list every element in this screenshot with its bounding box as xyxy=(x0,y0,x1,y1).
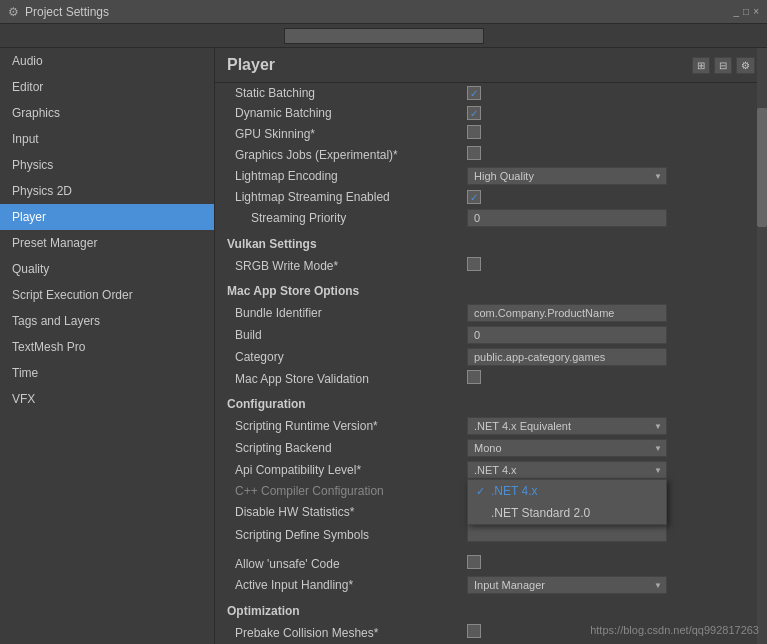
checkbox-allow-unsafe[interactable] xyxy=(467,555,481,569)
watermark: https://blog.csdn.net/qq992817263 xyxy=(590,624,759,636)
value-lightmap-encoding: High Quality xyxy=(467,167,755,185)
dropdown-api-compat[interactable]: .NET 4.x xyxy=(467,461,667,479)
label-gpu-skinning: GPU Skinning* xyxy=(227,127,467,141)
field-streaming-priority[interactable]: 0 xyxy=(467,209,667,227)
row-scripting-backend: Scripting Backend Mono xyxy=(227,437,755,459)
label-disable-hw: Disable HW Statistics* xyxy=(227,505,467,519)
label-srgb-write: SRGB Write Mode* xyxy=(227,259,467,273)
search-input[interactable] xyxy=(284,28,484,44)
checkbox-prebake[interactable] xyxy=(467,624,481,638)
dropdown-active-input[interactable]: Input Manager xyxy=(467,576,667,594)
row-api-compat: Api Compatibility Level* .NET 4.x ✓ .NET… xyxy=(227,459,755,481)
section-configuration: Configuration xyxy=(227,389,755,415)
label-build: Build xyxy=(227,328,467,342)
checkbox-static-batching[interactable] xyxy=(467,86,481,100)
field-build[interactable]: 0 xyxy=(467,326,667,344)
checkbox-gpu-skinning[interactable] xyxy=(467,125,481,139)
window-controls[interactable]: _ □ × xyxy=(734,6,759,17)
value-api-compat: .NET 4.x ✓ .NET 4.x ✓ .NET Standard 2.0 xyxy=(467,461,755,479)
search-bar xyxy=(0,24,767,48)
value-bundle-id: com.Company.ProductName xyxy=(467,304,755,322)
label-allow-unsafe: Allow 'unsafe' Code xyxy=(227,557,467,571)
minimize-button[interactable]: _ xyxy=(734,6,740,17)
header-icon-gear[interactable]: ⚙ xyxy=(736,57,755,74)
content-area: Player ⊞ ⊟ ⚙ Static Batching Dynamic Bat… xyxy=(215,48,767,644)
row-streaming-priority: Streaming Priority 0 xyxy=(227,207,755,229)
dropdown-option-netstandard[interactable]: ✓ .NET Standard 2.0 xyxy=(468,502,666,524)
value-allow-unsafe xyxy=(467,555,755,572)
label-graphics-jobs: Graphics Jobs (Experimental)* xyxy=(227,148,467,162)
row-gpu-skinning: GPU Skinning* xyxy=(227,123,755,144)
row-static-batching: Static Batching xyxy=(227,83,755,103)
dropdown-scripting-backend[interactable]: Mono xyxy=(467,439,667,457)
checkbox-graphics-jobs[interactable] xyxy=(467,146,481,160)
sidebar-item-editor[interactable]: Editor xyxy=(0,74,214,100)
value-lightmap-streaming xyxy=(467,190,755,205)
sidebar-item-input[interactable]: Input xyxy=(0,126,214,152)
dropdown-option-net4x[interactable]: ✓ .NET 4.x xyxy=(468,480,666,502)
row-active-input: Active Input Handling* Input Manager xyxy=(227,574,755,596)
label-bundle-id: Bundle Identifier xyxy=(227,306,467,320)
checkbox-lightmap-streaming[interactable] xyxy=(467,190,481,204)
checkbox-mac-validation[interactable] xyxy=(467,370,481,384)
row-scripting-define: Scripting Define Symbols xyxy=(227,522,755,547)
sidebar-item-preset-manager[interactable]: Preset Manager xyxy=(0,230,214,256)
label-cpp-compiler: C++ Compiler Configuration xyxy=(227,484,467,498)
value-streaming-priority: 0 xyxy=(467,209,755,227)
scrollbar-thumb[interactable] xyxy=(757,108,767,227)
header-icon-1[interactable]: ⊞ xyxy=(692,57,710,74)
header-icons: ⊞ ⊟ ⚙ xyxy=(692,57,755,74)
label-mac-validation: Mac App Store Validation xyxy=(227,372,467,386)
close-button[interactable]: × xyxy=(753,6,759,17)
sidebar-item-audio[interactable]: Audio xyxy=(0,48,214,74)
value-build: 0 xyxy=(467,326,755,344)
sidebar-item-time[interactable]: Time xyxy=(0,360,214,386)
row-allow-unsafe: Allow 'unsafe' Code xyxy=(227,553,755,574)
label-scripting-backend: Scripting Backend xyxy=(227,441,467,455)
value-gpu-skinning xyxy=(467,125,755,142)
sidebar-item-vfx[interactable]: VFX xyxy=(0,386,214,412)
row-build: Build 0 xyxy=(227,324,755,346)
label-api-compat: Api Compatibility Level* xyxy=(227,463,467,477)
content-header: Player ⊞ ⊟ ⚙ xyxy=(215,48,767,83)
label-scripting-runtime: Scripting Runtime Version* xyxy=(227,419,467,433)
section-optimization: Optimization xyxy=(227,596,755,622)
sidebar-item-textmesh[interactable]: TextMesh Pro xyxy=(0,334,214,360)
app-icon: ⚙ xyxy=(8,5,19,19)
sidebar-item-physics2d[interactable]: Physics 2D xyxy=(0,178,214,204)
sidebar-item-graphics[interactable]: Graphics xyxy=(0,100,214,126)
dropdown-scripting-runtime[interactable]: .NET 4.x Equivalent xyxy=(467,417,667,435)
content-body: Static Batching Dynamic Batching GPU Ski… xyxy=(215,83,767,644)
sidebar-item-tags-layers[interactable]: Tags and Layers xyxy=(0,308,214,334)
sidebar-item-quality[interactable]: Quality xyxy=(0,256,214,282)
value-scripting-backend: Mono xyxy=(467,439,755,457)
sidebar-item-physics[interactable]: Physics xyxy=(0,152,214,178)
maximize-button[interactable]: □ xyxy=(743,6,749,17)
header-icon-2[interactable]: ⊟ xyxy=(714,57,732,74)
row-lightmap-streaming: Lightmap Streaming Enabled xyxy=(227,187,755,207)
scrollbar-track[interactable] xyxy=(757,48,767,644)
checkbox-dynamic-batching[interactable] xyxy=(467,106,481,120)
label-dynamic-batching: Dynamic Batching xyxy=(227,106,467,120)
value-scripting-runtime: .NET 4.x Equivalent xyxy=(467,417,755,435)
field-bundle-id[interactable]: com.Company.ProductName xyxy=(467,304,667,322)
main-container: Audio Editor Graphics Input Physics Phys… xyxy=(0,48,767,644)
row-category: Category public.app-category.games xyxy=(227,346,755,368)
dropdown-lightmap-encoding[interactable]: High Quality xyxy=(467,167,667,185)
label-streaming-priority: Streaming Priority xyxy=(227,211,467,225)
row-bundle-id: Bundle Identifier com.Company.ProductNam… xyxy=(227,302,755,324)
title-bar-text: Project Settings xyxy=(25,5,109,19)
sidebar: Audio Editor Graphics Input Physics Phys… xyxy=(0,48,215,644)
field-scripting-define[interactable] xyxy=(467,524,667,542)
row-mac-validation: Mac App Store Validation xyxy=(227,368,755,389)
checkbox-srgb-write[interactable] xyxy=(467,257,481,271)
check-mark-icon: ✓ xyxy=(476,485,485,498)
label-prebake: Prebake Collision Meshes* xyxy=(227,626,467,640)
row-lightmap-encoding: Lightmap Encoding High Quality xyxy=(227,165,755,187)
sidebar-item-script-execution[interactable]: Script Execution Order xyxy=(0,282,214,308)
sidebar-item-player[interactable]: Player xyxy=(0,204,214,230)
row-scripting-runtime: Scripting Runtime Version* .NET 4.x Equi… xyxy=(227,415,755,437)
section-vulkan: Vulkan Settings xyxy=(227,229,755,255)
label-active-input: Active Input Handling* xyxy=(227,578,467,592)
field-category[interactable]: public.app-category.games xyxy=(467,348,667,366)
